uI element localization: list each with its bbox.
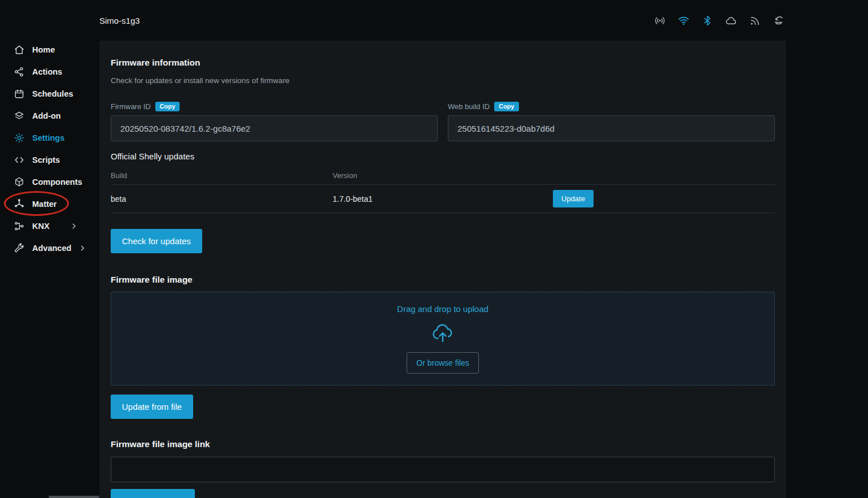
firmware-settings-panel: Firmware information Check for updates o… — [99, 41, 786, 498]
sidebar-item-home[interactable]: Home — [0, 38, 99, 60]
sidebar-label: Home — [32, 45, 55, 54]
check-for-updates-button[interactable]: Check for updates — [111, 229, 202, 253]
firmware-link-input[interactable] — [111, 457, 775, 482]
advanced-wrench-icon — [14, 242, 25, 254]
sidebar-label: Schedules — [32, 89, 73, 98]
sidebar-item-actions[interactable]: Actions — [0, 60, 99, 83]
web-build-id-field: Web build ID Copy — [448, 102, 775, 141]
web-build-id-label: Web build ID — [448, 102, 490, 111]
sidebar-item-schedules[interactable]: Schedules — [0, 83, 99, 105]
firmware-id-field: Firmware ID Copy — [111, 102, 438, 141]
addon-icon — [14, 110, 25, 122]
home-icon — [14, 44, 25, 55]
firmware-link-title: Firmware file image link — [111, 439, 775, 449]
sidebar-item-settings[interactable]: Settings — [0, 127, 99, 149]
matter-icon — [14, 198, 25, 210]
version-cell: 1.7.0-beta1 — [333, 194, 553, 203]
official-updates-title: Official Shelly updates — [111, 151, 775, 161]
topbar: Simo-s1g3 — [99, 0, 868, 41]
update-from-file-button[interactable]: Update from file — [111, 395, 193, 419]
firmware-id-label: Firmware ID — [111, 102, 151, 111]
sidebar-horizontal-scrollbar[interactable] — [49, 496, 99, 498]
upload-cloud-icon — [429, 321, 456, 345]
table-row: beta 1.7.0-beta1 Update — [111, 185, 775, 213]
sidebar-item-components[interactable]: Components — [0, 171, 99, 193]
firmware-info-subtitle: Check for updates or install new version… — [111, 76, 775, 85]
sidebar: Home Actions Schedules Add-on Settings S… — [0, 38, 99, 259]
sidebar-label: Matter — [32, 200, 57, 209]
table-header-row: Build Version — [111, 167, 775, 185]
update-beta-button[interactable]: Update — [553, 190, 594, 207]
build-cell: beta — [111, 194, 333, 203]
settings-gear-icon — [14, 132, 25, 144]
knx-icon — [14, 220, 25, 232]
wifi-icon[interactable] — [677, 14, 690, 27]
sidebar-label: Advanced — [32, 244, 71, 253]
sidebar-label: Settings — [32, 133, 64, 142]
sidebar-label: KNX — [32, 222, 50, 231]
firmware-file-title: Firmware file image — [111, 275, 775, 285]
firmware-info-title: Firmware information — [111, 58, 775, 68]
dropzone-text: Drag and drop to upload — [397, 304, 488, 314]
firmware-id-input[interactable] — [111, 115, 438, 141]
access-point-icon[interactable] — [653, 14, 666, 27]
actions-icon — [14, 66, 25, 77]
bluetooth-icon[interactable] — [701, 14, 713, 27]
status-icons — [653, 14, 784, 27]
sidebar-item-matter[interactable]: Matter — [0, 193, 99, 215]
update-from-link-button[interactable]: Update from link — [111, 489, 195, 498]
scripts-icon — [14, 154, 25, 166]
sidebar-item-advanced[interactable]: Advanced — [0, 237, 99, 259]
chevron-right-icon — [70, 222, 78, 230]
column-header-version: Version — [333, 171, 553, 180]
firmware-id-copy-button[interactable]: Copy — [155, 102, 180, 111]
components-icon — [14, 176, 25, 188]
sidebar-label: Components — [32, 177, 82, 187]
sidebar-label: Scripts — [32, 155, 60, 164]
web-build-id-copy-button[interactable]: Copy — [494, 102, 519, 111]
sidebar-label: Add-on — [32, 111, 61, 120]
sidebar-label: Actions — [32, 67, 62, 76]
browse-files-button[interactable]: Or browse files — [407, 352, 478, 374]
firmware-dropzone[interactable]: Drag and drop to upload Or browse files — [111, 292, 775, 386]
chevron-right-icon — [78, 244, 86, 252]
official-updates-table: Build Version beta 1.7.0-beta1 Update — [111, 167, 775, 213]
sidebar-item-addon[interactable]: Add-on — [0, 105, 99, 127]
debug-icon[interactable] — [772, 14, 784, 27]
cloud-icon[interactable] — [725, 14, 737, 27]
schedules-icon — [14, 88, 25, 99]
sidebar-item-knx[interactable]: KNX — [0, 215, 99, 237]
column-header-build: Build — [111, 171, 333, 180]
mqtt-icon[interactable] — [748, 14, 761, 27]
web-build-id-input[interactable] — [448, 115, 775, 141]
device-name: Simo-s1g3 — [99, 16, 140, 25]
sidebar-item-scripts[interactable]: Scripts — [0, 149, 99, 171]
firmware-id-fields: Firmware ID Copy Web build ID Copy — [111, 102, 775, 141]
